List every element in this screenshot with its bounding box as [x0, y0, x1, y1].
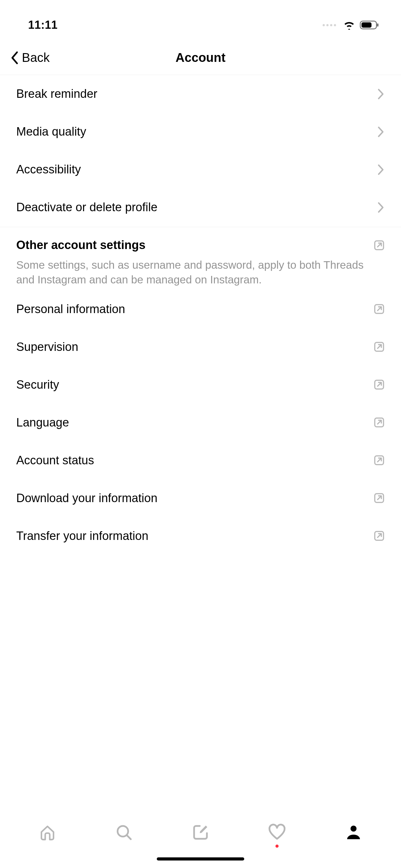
notification-dot — [275, 844, 278, 848]
back-button[interactable]: Back — [9, 51, 49, 65]
chevron-left-icon — [9, 51, 20, 65]
row-label: Media quality — [16, 125, 86, 138]
home-icon — [38, 823, 57, 841]
row-label: Security — [16, 378, 59, 392]
back-label: Back — [22, 51, 49, 65]
external-link-icon — [373, 530, 385, 541]
signal-dots-icon — [323, 24, 336, 26]
external-link-icon — [373, 240, 385, 251]
row-media-quality[interactable]: Media quality — [0, 113, 401, 151]
external-link-icon — [373, 303, 385, 315]
row-label: Supervision — [16, 340, 78, 354]
row-personal-information[interactable]: Personal information — [0, 290, 401, 328]
status-time: 11:11 — [28, 19, 58, 32]
row-accessibility[interactable]: Accessibility — [0, 151, 401, 188]
nav-header: Back Account — [0, 41, 401, 75]
svg-line-20 — [127, 836, 131, 839]
external-link-icon — [373, 455, 385, 466]
section-description: Some settings, such as username and pass… — [16, 257, 385, 287]
row-transfer-information[interactable]: Transfer your information — [0, 517, 401, 555]
row-supervision[interactable]: Supervision — [0, 328, 401, 366]
svg-line-16 — [377, 496, 381, 500]
row-security[interactable]: Security — [0, 366, 401, 404]
row-deactivate-delete[interactable]: Deactivate or delete profile — [0, 188, 401, 226]
svg-line-14 — [377, 458, 381, 462]
row-label: Download your information — [16, 492, 157, 505]
tab-search[interactable] — [113, 822, 135, 843]
status-indicators — [323, 20, 386, 30]
svg-line-18 — [377, 534, 381, 537]
row-label: Deactivate or delete profile — [16, 200, 157, 214]
svg-line-12 — [377, 421, 381, 424]
content: Break reminder Media quality Accessibili… — [0, 75, 401, 810]
wifi-icon — [343, 20, 356, 30]
row-account-status[interactable]: Account status — [0, 441, 401, 479]
tab-profile[interactable] — [343, 822, 364, 843]
chevron-right-icon — [376, 201, 385, 214]
home-indicator — [157, 857, 244, 861]
section-other-settings-header: Other account settings Some settings, su… — [0, 227, 401, 290]
svg-line-10 — [377, 383, 381, 386]
row-label: Language — [16, 416, 69, 429]
row-label: Account status — [16, 454, 94, 467]
section-title: Other account settings — [16, 239, 145, 252]
row-language[interactable]: Language — [0, 404, 401, 441]
svg-point-21 — [350, 826, 356, 832]
chevron-right-icon — [376, 126, 385, 138]
external-link-icon — [373, 341, 385, 352]
external-link-icon — [373, 417, 385, 428]
row-download-information[interactable]: Download your information — [0, 479, 401, 517]
tab-home[interactable] — [37, 822, 58, 843]
battery-icon — [360, 20, 379, 30]
compose-icon — [192, 823, 209, 841]
chevron-right-icon — [376, 88, 385, 100]
heart-icon — [268, 823, 286, 841]
page-title: Account — [175, 51, 226, 65]
row-break-reminder[interactable]: Break reminder — [0, 75, 401, 113]
svg-line-8 — [377, 345, 381, 348]
svg-rect-2 — [377, 24, 378, 27]
row-label: Break reminder — [16, 87, 97, 101]
tab-compose[interactable] — [190, 822, 211, 843]
row-label: Personal information — [16, 303, 125, 316]
external-link-icon — [373, 492, 385, 504]
profile-icon — [344, 823, 363, 841]
external-link-icon — [373, 379, 385, 390]
status-bar: 11:11 — [0, 0, 401, 41]
row-label: Transfer your information — [16, 529, 148, 543]
tab-activity[interactable] — [266, 822, 288, 843]
row-label: Accessibility — [16, 163, 81, 176]
svg-line-4 — [377, 243, 381, 247]
search-icon — [115, 823, 133, 841]
svg-rect-1 — [362, 23, 372, 28]
svg-line-6 — [377, 307, 381, 311]
chevron-right-icon — [376, 163, 385, 176]
